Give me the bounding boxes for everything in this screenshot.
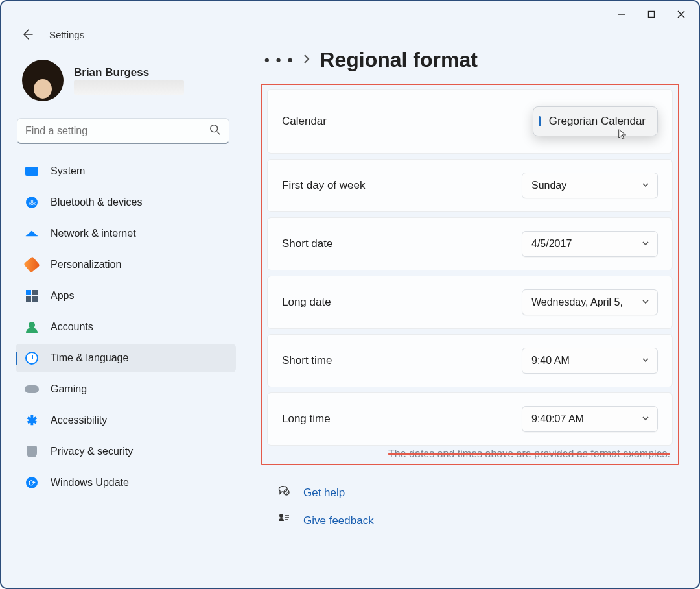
row-long-date: Long date Wednesday, April 5, bbox=[267, 276, 673, 329]
wifi-icon bbox=[25, 226, 39, 241]
chevron-down-icon bbox=[642, 296, 649, 308]
sidebar-item-accessibility[interactable]: ✱ Accessibility bbox=[16, 406, 236, 435]
header: Settings bbox=[1, 27, 699, 47]
clock-globe-icon bbox=[25, 351, 39, 365]
row-label: Short time bbox=[282, 354, 332, 367]
sidebar-item-label: Personalization bbox=[51, 259, 121, 270]
row-label: First day of week bbox=[282, 179, 366, 192]
sidebar-item-label: Network & internet bbox=[51, 228, 136, 239]
dropdown-value: Gregorian Calendar bbox=[549, 115, 646, 128]
settings-window: Settings Brian Burgess System bbox=[0, 0, 700, 589]
sidebar-item-label: Accessibility bbox=[51, 415, 107, 426]
sidebar-item-label: Privacy & security bbox=[51, 446, 133, 457]
feedback-icon bbox=[277, 512, 292, 529]
gamepad-icon bbox=[25, 382, 39, 396]
maximize-button[interactable] bbox=[636, 4, 666, 25]
chevron-down-icon bbox=[642, 413, 649, 425]
long-time-dropdown[interactable]: 9:40:07 AM bbox=[522, 406, 658, 432]
breadcrumb: • • • Regional format bbox=[264, 48, 679, 72]
row-first-day: First day of week Sunday bbox=[267, 159, 673, 212]
breadcrumb-ellipsis[interactable]: • • • bbox=[264, 52, 294, 69]
system-icon bbox=[25, 164, 39, 178]
main-content: • • • Regional format Calendar Gregorian… bbox=[248, 47, 699, 588]
link-label: Get help bbox=[303, 487, 345, 499]
dropdown-value: Wednesday, April 5, bbox=[531, 296, 623, 308]
title-bar bbox=[1, 1, 699, 27]
get-help-link[interactable]: ? Get help bbox=[277, 485, 679, 501]
short-date-dropdown[interactable]: 4/5/2017 bbox=[522, 231, 658, 257]
update-icon: ⟳ bbox=[25, 475, 39, 490]
chevron-right-icon bbox=[303, 54, 310, 66]
sidebar-item-label: Apps bbox=[51, 290, 74, 302]
row-label: Calendar bbox=[282, 115, 327, 128]
chevron-down-icon bbox=[642, 180, 649, 191]
profile-block[interactable]: Brian Burgess bbox=[16, 53, 236, 114]
sidebar-item-apps[interactable]: Apps bbox=[16, 282, 236, 310]
svg-text:?: ? bbox=[285, 491, 288, 495]
first-day-dropdown[interactable]: Sunday bbox=[522, 173, 658, 198]
calendar-dropdown[interactable]: Gregorian Calendar bbox=[533, 106, 658, 136]
brush-icon bbox=[25, 258, 39, 272]
dropdown-value: 9:40 AM bbox=[531, 355, 570, 367]
row-label: Long date bbox=[282, 296, 331, 309]
app-title: Settings bbox=[49, 29, 84, 40]
sidebar-item-privacy[interactable]: Privacy & security bbox=[16, 437, 236, 466]
close-button[interactable] bbox=[666, 4, 696, 25]
sidebar-item-accounts[interactable]: Accounts bbox=[16, 313, 236, 341]
row-short-time: Short time 9:40 AM bbox=[267, 334, 673, 387]
chevron-down-icon bbox=[642, 238, 649, 250]
dropdown-value: Sunday bbox=[531, 180, 566, 191]
svg-point-4 bbox=[211, 125, 218, 132]
sidebar-item-gaming[interactable]: Gaming bbox=[16, 375, 236, 403]
search-icon bbox=[209, 124, 221, 138]
shield-icon bbox=[25, 444, 39, 459]
page-title: Regional format bbox=[320, 48, 478, 72]
search-input[interactable] bbox=[25, 125, 209, 137]
bluetooth-icon: ⁂ bbox=[25, 195, 39, 210]
nav-list: System ⁂ Bluetooth & devices Network & i… bbox=[16, 157, 236, 497]
back-button[interactable] bbox=[19, 27, 35, 42]
sidebar-item-label: Bluetooth & devices bbox=[51, 197, 142, 208]
row-label: Short date bbox=[282, 237, 332, 250]
short-time-dropdown[interactable]: 9:40 AM bbox=[522, 348, 658, 374]
sidebar-item-label: Accounts bbox=[51, 321, 93, 333]
sidebar-item-label: Time & language bbox=[51, 352, 128, 364]
sidebar-item-time-language[interactable]: Time & language bbox=[16, 344, 236, 372]
profile-name: Brian Burgess bbox=[74, 66, 184, 79]
sidebar-item-bluetooth[interactable]: ⁂ Bluetooth & devices bbox=[16, 188, 236, 217]
row-short-date: Short date 4/5/2017 bbox=[267, 217, 673, 270]
apps-icon bbox=[25, 289, 39, 303]
sidebar: Brian Burgess System ⁂ Bluetooth & devic… bbox=[1, 47, 248, 588]
row-long-time: Long time 9:40:07 AM bbox=[267, 392, 673, 446]
sidebar-item-windows-update[interactable]: ⟳ Windows Update bbox=[16, 468, 236, 497]
sidebar-item-label: System bbox=[51, 165, 85, 177]
avatar bbox=[22, 60, 64, 101]
sidebar-item-label: Windows Update bbox=[51, 477, 129, 488]
profile-email-redacted bbox=[74, 80, 184, 95]
format-examples-note: The dates and times above are provided a… bbox=[267, 447, 673, 460]
row-calendar: Calendar Gregorian Calendar bbox=[267, 89, 673, 154]
long-date-dropdown[interactable]: Wednesday, April 5, bbox=[522, 289, 658, 315]
accessibility-icon: ✱ bbox=[25, 413, 39, 427]
search-box[interactable] bbox=[17, 118, 229, 144]
sidebar-item-network[interactable]: Network & internet bbox=[16, 219, 236, 248]
dropdown-value: 9:40:07 AM bbox=[531, 413, 584, 425]
chevron-down-icon bbox=[642, 355, 649, 367]
svg-point-8 bbox=[279, 514, 283, 518]
sidebar-item-system[interactable]: System bbox=[16, 157, 236, 186]
help-icon: ? bbox=[277, 485, 292, 501]
link-label: Give feedback bbox=[303, 514, 374, 527]
minimize-button[interactable] bbox=[607, 4, 636, 25]
svg-line-5 bbox=[217, 131, 220, 134]
svg-rect-1 bbox=[649, 12, 655, 18]
dropdown-value: 4/5/2017 bbox=[531, 238, 572, 250]
regional-format-panel: Calendar Gregorian Calendar First day of… bbox=[261, 84, 679, 465]
row-label: Long time bbox=[282, 413, 331, 426]
sidebar-item-label: Gaming bbox=[51, 383, 87, 395]
person-icon bbox=[25, 320, 39, 334]
give-feedback-link[interactable]: Give feedback bbox=[277, 512, 679, 529]
sidebar-item-personalization[interactable]: Personalization bbox=[16, 250, 236, 279]
